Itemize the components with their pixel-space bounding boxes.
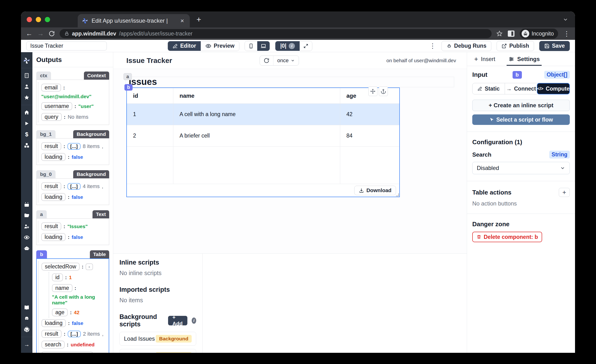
docs-book-icon[interactable] — [21, 302, 32, 313]
output-row[interactable]: age: 42 — [52, 307, 106, 318]
collapse-object-button[interactable]: - — [86, 263, 93, 270]
output-row[interactable]: loading: false — [41, 232, 107, 242]
expand-array-button[interactable]: [...] — [67, 183, 81, 190]
more-options-icon[interactable]: ⋮ — [429, 42, 436, 50]
output-row[interactable]: result: [...] 2 items , — [41, 328, 106, 339]
static-mode-button[interactable]: Static — [472, 83, 505, 94]
user-icon[interactable] — [21, 81, 32, 92]
workers-icon[interactable] — [21, 221, 32, 232]
select-script-button[interactable]: Select a script or flow — [472, 114, 570, 125]
home-icon[interactable] — [21, 107, 32, 118]
resize-handle[interactable] — [396, 193, 399, 196]
workspace-icon[interactable] — [21, 70, 32, 81]
new-tab-icon[interactable]: + — [196, 15, 201, 24]
anchor-component-icon[interactable] — [379, 87, 388, 96]
component-id-chip-selected[interactable]: b — [36, 250, 47, 258]
zoom-window-button[interactable] — [45, 17, 50, 22]
component-id-chip[interactable]: bg_1 — [36, 130, 56, 138]
component-id-chip[interactable]: a — [36, 210, 47, 218]
output-key[interactable]: name — [52, 284, 73, 292]
output-row[interactable]: loading: false — [41, 318, 106, 328]
editor-tab[interactable]: Editor — [168, 41, 201, 51]
variables-dollar-icon[interactable]: $ — [21, 129, 32, 140]
folders-icon[interactable] — [21, 210, 32, 221]
tab-search-chevron-icon[interactable] — [563, 17, 568, 22]
output-key[interactable]: loading — [41, 319, 66, 327]
delete-component-button[interactable]: Delete component: b — [472, 232, 542, 242]
column-header[interactable]: id — [127, 88, 173, 104]
mobile-view-button[interactable] — [245, 41, 257, 51]
output-key[interactable]: result — [41, 223, 61, 230]
tab-close-icon[interactable]: × — [179, 17, 186, 25]
expand-array-button[interactable]: [...] — [68, 331, 81, 337]
output-row[interactable]: result: [...] 8 items , — [41, 141, 107, 152]
ai-robot-icon[interactable] — [21, 243, 32, 254]
output-row[interactable]: loading: false — [41, 152, 107, 162]
publish-button[interactable]: Publish — [497, 41, 534, 51]
side-panel-icon[interactable] — [508, 30, 514, 37]
output-key[interactable]: result — [41, 182, 61, 190]
output-key[interactable]: result — [41, 142, 61, 150]
output-key[interactable]: username — [41, 102, 72, 110]
address-bar[interactable]: app.windmill.dev/apps/edit/u/user/issue-… — [60, 29, 492, 38]
output-key[interactable]: query — [41, 113, 62, 121]
output-row[interactable]: username: "user" — [41, 101, 107, 111]
save-button[interactable]: Save — [539, 41, 570, 51]
component-id-chip[interactable]: ctx — [36, 72, 51, 80]
window-controls[interactable] — [21, 17, 56, 22]
minimize-window-button[interactable] — [36, 17, 41, 22]
resources-cubes-icon[interactable] — [21, 140, 32, 151]
runs-play-icon[interactable] — [21, 118, 32, 129]
audit-eye-icon[interactable] — [21, 232, 32, 243]
debug-runs-button[interactable]: Debug Runs — [441, 41, 491, 51]
output-row[interactable]: search: undefined — [41, 339, 106, 350]
output-row[interactable]: id: 1 — [52, 272, 106, 283]
collapse-rail-arrow-icon[interactable]: → — [21, 339, 32, 350]
bookmark-star-icon[interactable] — [496, 30, 503, 37]
output-key[interactable]: email — [41, 84, 61, 91]
output-row[interactable]: query: No items — [41, 111, 107, 122]
desktop-view-button[interactable] — [257, 41, 270, 51]
component-chip-a[interactable]: a — [124, 73, 132, 80]
table-cell[interactable]: 1 — [127, 104, 173, 125]
compute-mode-button[interactable]: </> Compute — [537, 83, 570, 94]
browser-tab[interactable]: Edit App u/user/issue-tracker | × — [78, 14, 190, 27]
output-key[interactable]: age — [52, 308, 68, 316]
reload-icon[interactable] — [49, 30, 55, 37]
output-row[interactable]: result: [...] 4 items , — [41, 181, 107, 192]
search-mode-select[interactable]: Disabled — [472, 162, 570, 174]
tab-insert[interactable]: + Insert — [474, 52, 495, 66]
connect-mode-button[interactable]: → Connect — [505, 83, 537, 94]
output-row[interactable]: email: "user@windmill.dev" — [41, 82, 107, 101]
schedules-calendar-icon[interactable] — [21, 199, 32, 210]
create-inline-script-button[interactable]: + Create an inline script — [472, 100, 570, 111]
discord-icon[interactable] — [21, 313, 32, 324]
refresh-button[interactable] — [260, 56, 273, 65]
output-key[interactable]: loading — [41, 153, 66, 161]
table-cell[interactable]: 42 — [340, 104, 399, 125]
output-key[interactable]: search — [41, 341, 65, 349]
script-card[interactable]: Load Issues Background — [119, 332, 196, 346]
output-row[interactable]: result: "Issues" — [41, 221, 107, 232]
output-row[interactable]: selectedRowIndex: 0 — [41, 350, 106, 353]
add-table-action-button[interactable]: + — [559, 188, 570, 197]
component-chip-b[interactable]: b — [124, 84, 133, 91]
tab-settings[interactable]: Settings — [508, 52, 540, 66]
github-icon[interactable] — [21, 324, 32, 335]
close-window-button[interactable] — [27, 17, 32, 22]
output-key[interactable]: selectedRow — [41, 263, 80, 271]
output-key[interactable]: id — [52, 273, 63, 281]
table-component[interactable]: b id name age 1 A cell with a long name … — [126, 88, 400, 197]
table-cell[interactable]: A cell with a long name — [173, 104, 340, 125]
expand-array-button[interactable]: [...] — [67, 143, 81, 150]
script-card[interactable]: Load Users Background — [119, 349, 196, 353]
text-component[interactable]: a Issues — [126, 77, 454, 87]
refresh-mode-dropdown[interactable]: once — [273, 56, 299, 65]
app-name-input[interactable] — [26, 41, 107, 51]
hide-left-panel-button[interactable]: |0| i — [275, 41, 300, 51]
output-key[interactable]: loading — [41, 193, 66, 201]
component-id-chip[interactable]: bg_0 — [36, 170, 56, 178]
column-header[interactable]: name — [173, 88, 340, 104]
preview-tab[interactable]: Preview — [201, 41, 239, 51]
favorites-star-icon[interactable] — [21, 92, 32, 103]
